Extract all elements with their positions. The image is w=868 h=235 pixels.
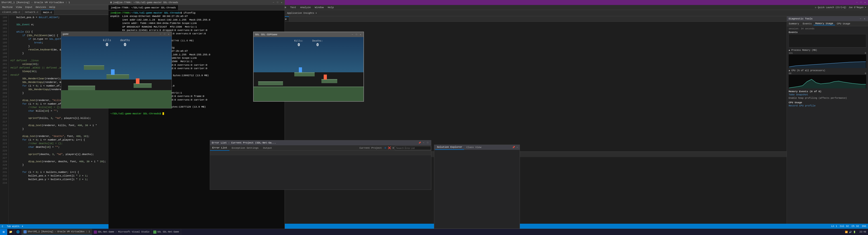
vs-menu-test[interactable]: Test bbox=[288, 5, 298, 10]
vs-max[interactable]: □ bbox=[860, 1, 863, 4]
record-cpu-btn[interactable]: Record CPU profile bbox=[789, 104, 866, 107]
taskbar-browser[interactable]: 🌐 bbox=[14, 229, 22, 235]
taskbar-label-vb: ShortMI_1 [Running] - Oracle VM VirtualB… bbox=[28, 231, 90, 233]
sol-tab-solution-explorer[interactable]: Solution Explorer bbox=[435, 145, 464, 150]
err-pin[interactable]: 📌 bbox=[418, 141, 421, 144]
vs-min[interactable]: ─ bbox=[855, 1, 859, 4]
err-min[interactable]: ─ bbox=[422, 141, 425, 144]
diag-tab-memory[interactable]: Memory Usage bbox=[813, 22, 835, 25]
vs-menu-help[interactable]: Help bbox=[326, 5, 336, 10]
terminal-title: joe@joe-7700k: ~/SDL/sdl-game-master SDL… bbox=[113, 1, 178, 4]
process-mem-label: ▲ Process Memory (MB) bbox=[789, 49, 866, 52]
vs-menu-analyze[interactable]: Analyze bbox=[298, 5, 312, 10]
tab-exception-settings[interactable]: Exception Settings bbox=[229, 145, 261, 151]
vs-error-list: Error List - Current Project (SDL-Net-Ga… bbox=[210, 140, 431, 190]
diag-close[interactable]: ✕ bbox=[863, 17, 866, 20]
error-list-title: Error List - Current Project (SDL-Net-Ga… bbox=[212, 141, 276, 144]
game2-titlebar: SDL SDL-SDPGame ─ □ ✕ bbox=[254, 32, 364, 37]
err-max[interactable]: □ bbox=[426, 141, 429, 144]
taskbar-files[interactable]: 📁 bbox=[7, 229, 14, 235]
vb-menu-devices[interactable]: Devices bbox=[34, 6, 48, 9]
debug-line-24: got this far - before id > 0 ID: 2 bbox=[212, 103, 785, 106]
g2-close[interactable]: ✕ bbox=[359, 33, 362, 36]
taskbar-item-sdl[interactable]: SDL SDL-Net-Game bbox=[151, 229, 181, 235]
term-close[interactable]: ✕ bbox=[280, 1, 283, 4]
cpu-usage-header: CPU Usage bbox=[789, 101, 866, 104]
take-snapshot-btn[interactable]: Take Snapshot bbox=[789, 93, 866, 96]
vs-debug-tabs: SDL-Net-Game - Original Folded 2 Debug S… bbox=[210, 16, 786, 22]
taskbar-item-vs[interactable]: SDL-Net-Game - Microsoft Visual Studio bbox=[92, 229, 151, 235]
tab-network[interactable]: network.c bbox=[23, 10, 41, 15]
sol-exp-min[interactable]: ─ bbox=[516, 146, 519, 149]
taskbar-items: 📁 🌐 ShortMI_1 [Running] - Oracle VM Virt… bbox=[7, 229, 843, 235]
proc-mem-min: 0 bbox=[865, 52, 866, 55]
cpu-pct-vals: 60 0 bbox=[789, 72, 866, 75]
g2-max[interactable]: □ bbox=[355, 33, 358, 36]
terminal-tab-1[interactable]: joe@joe-7700k: ~/SDL/sdl-game-master SDL… bbox=[108, 5, 178, 10]
game-window: game ─ □ ✕ kills 0 deaths 0 bbox=[61, 32, 172, 108]
diag-tab-cpu[interactable]: CPU Usage bbox=[835, 22, 852, 25]
editor-lang: C bbox=[2, 225, 3, 228]
cpu-max: 60 bbox=[789, 72, 792, 75]
error-search-input[interactable] bbox=[395, 146, 431, 150]
start-button[interactable]: ⊞ bbox=[0, 229, 7, 235]
game2-hud: Kills: 0 Deaths: 0 bbox=[294, 39, 323, 47]
sol-exp-pin[interactable]: 📌 bbox=[512, 146, 515, 149]
tab-main[interactable]: main.c bbox=[41, 10, 55, 15]
error-list-body bbox=[210, 155, 431, 190]
game-hud: kills 0 deaths 0 bbox=[103, 39, 130, 47]
sol-tab-class-view[interactable]: Class View bbox=[465, 145, 483, 150]
diag-tab-summary[interactable]: Summary bbox=[787, 22, 801, 25]
vs-menu-window[interactable]: Window bbox=[313, 5, 326, 10]
tb-app-insights[interactable]: Application Insights ▾ bbox=[287, 12, 317, 14]
debug-line-26: got this far - before id > 0 ID: 1 bbox=[212, 110, 785, 113]
g2-kills-val: 0 bbox=[294, 42, 303, 47]
vs-close[interactable]: ✕ bbox=[864, 1, 867, 4]
g2-deaths-label: Deaths: bbox=[312, 39, 323, 42]
vb-menu-view[interactable]: View bbox=[14, 6, 23, 9]
term-min[interactable]: ─ bbox=[272, 1, 275, 4]
vs-menubar: File Edit View Project Build Debug Team … bbox=[210, 5, 868, 10]
tab-output[interactable]: Output bbox=[261, 145, 274, 151]
debug-line-29: got this far - before id > 0 ID: 1 bbox=[212, 120, 785, 123]
error-list-titlebar: Error List - Current Project (SDL-Net-Ga… bbox=[210, 140, 431, 145]
diag-session: session: 34 seconds bbox=[789, 28, 866, 30]
game-max[interactable]: □ bbox=[163, 33, 166, 36]
g2-min[interactable]: ─ bbox=[351, 33, 354, 36]
vs-diagnostics-title: Diagnostic Tools ─ ✕ bbox=[787, 16, 868, 21]
err-count: 0 bbox=[383, 147, 387, 149]
vb-menu-input[interactable]: Input bbox=[24, 6, 34, 9]
vs-user: Joe O'Regan ▾ bbox=[848, 6, 867, 9]
vb-menu-help[interactable]: Help bbox=[48, 6, 57, 9]
sol-exp-tabs-bar: Solution Explorer Class View 📌 ─ bbox=[434, 145, 520, 150]
taskbar-item-virtualbox[interactable]: ShortMI_1 [Running] - Oracle VM VirtualB… bbox=[22, 229, 92, 235]
vs-quick-launch[interactable]: ▷ Quick Launch (Ctrl+Q) bbox=[814, 6, 847, 9]
err-filter-label: Current Project bbox=[358, 147, 383, 149]
debug-line-30: got this far - before id > 0 ID: -2 bbox=[212, 123, 785, 127]
diag-min[interactable]: ─ bbox=[859, 17, 862, 20]
vs-diag-content: session: 34 seconds Events ▲ Process Mem… bbox=[787, 26, 868, 224]
tab-client-udp[interactable]: client_udp.c bbox=[0, 10, 23, 15]
svg-marker-1 bbox=[789, 79, 866, 88]
err-filter-errors: ❌ 0 bbox=[387, 146, 395, 149]
tray-battery-icon: 🔋 bbox=[853, 231, 856, 233]
tab-error-list[interactable]: Error List bbox=[210, 145, 229, 151]
diag-events-header: Events bbox=[789, 31, 866, 34]
tray-volume-icon: 🔊 bbox=[849, 231, 852, 233]
memory-events-header: Memory Events (0 of 0) bbox=[789, 90, 866, 93]
taskbar-clock[interactable]: 22:48 bbox=[858, 231, 868, 233]
tray-network-icon: 📶 bbox=[845, 231, 848, 233]
process-mem-chart bbox=[789, 55, 866, 68]
terminal-tabs: joe@joe-7700k: ~/SDL/sdl-game-master SDL… bbox=[108, 5, 285, 10]
diag-tab-events[interactable]: Events bbox=[801, 22, 813, 25]
term-max[interactable]: □ bbox=[276, 1, 279, 4]
debug-line-28: Received from Server : -1 : 2: 2 3: 370 … bbox=[212, 116, 785, 120]
game-min[interactable]: ─ bbox=[159, 33, 162, 36]
line-numbers: 188189190191 192193194195 196197198199 2… bbox=[0, 15, 8, 224]
vb-menu-machine[interactable]: Machine bbox=[1, 6, 14, 9]
cpu-chart bbox=[789, 75, 866, 88]
player2 bbox=[136, 78, 140, 84]
deaths-val: 0 bbox=[120, 42, 130, 47]
game-close[interactable]: ✕ bbox=[167, 33, 170, 36]
debug-line-1: Received from Server : 1 : 2: 370 3: 111… bbox=[212, 23, 785, 26]
